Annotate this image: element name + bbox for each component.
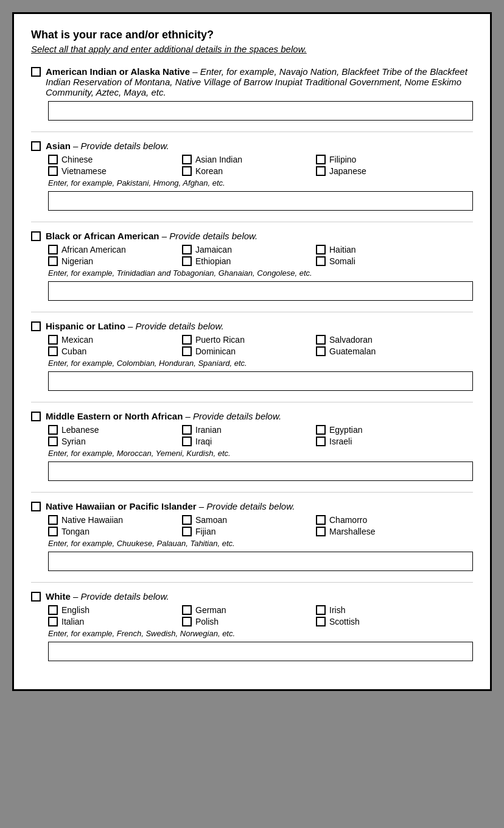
checkbox-asian-indian[interactable]	[182, 155, 192, 164]
sub-option-cuban: Cuban	[48, 346, 182, 356]
checkbox-tongan[interactable]	[48, 527, 58, 536]
checkbox-black[interactable]	[31, 231, 41, 241]
input-american-indian[interactable]	[48, 101, 473, 121]
sub-option-lebanese: Lebanese	[48, 425, 182, 435]
checkbox-italian[interactable]	[48, 617, 58, 626]
form-container: What is your race and/or ethnicity? Sele…	[12, 12, 492, 691]
section-header-white: White – Provide details below.	[31, 591, 473, 602]
checkbox-german[interactable]	[182, 605, 192, 615]
label-middle-eastern: Middle Eastern or North African	[46, 411, 183, 421]
label-asian-indian: Asian Indian	[195, 155, 242, 164]
input-black[interactable]	[48, 281, 473, 301]
checkbox-haitian[interactable]	[316, 245, 326, 254]
sub-options-row-nh-2: Tongan Fijian Marshallese	[48, 527, 473, 536]
label-japanese: Japanese	[329, 166, 366, 176]
checkbox-native-hawaiian[interactable]	[48, 515, 58, 525]
sub-option-fijian: Fijian	[182, 527, 316, 536]
label-dominican: Dominican	[195, 346, 236, 356]
label-native-hawaiian: Native Hawaiian or Pacific Islander	[46, 501, 197, 511]
example-middle-eastern: Enter, for example, Moroccan, Yemeni, Ku…	[48, 449, 473, 458]
checkbox-iranian[interactable]	[182, 425, 192, 435]
checkbox-mexican[interactable]	[48, 335, 58, 345]
sub-option-puerto-rican: Puerto Rican	[182, 335, 316, 345]
checkbox-somali[interactable]	[316, 256, 326, 266]
label-white: White	[46, 591, 71, 602]
sub-option-african-american: African American	[48, 245, 182, 254]
label-italian: Italian	[61, 617, 84, 626]
checkbox-jamaican[interactable]	[182, 245, 192, 254]
checkbox-chamorro[interactable]	[316, 515, 326, 525]
checkbox-iraqi[interactable]	[182, 437, 192, 446]
checkbox-asian[interactable]	[31, 141, 41, 151]
checkbox-polish[interactable]	[182, 617, 192, 626]
divider-2	[31, 222, 473, 222]
checkbox-american-indian[interactable]	[31, 67, 41, 77]
checkbox-syrian[interactable]	[48, 437, 58, 446]
input-native-hawaiian[interactable]	[48, 552, 473, 571]
section-native-hawaiian: Native Hawaiian or Pacific Islander – Pr…	[31, 501, 473, 571]
sub-option-tongan: Tongan	[48, 527, 182, 536]
input-hispanic[interactable]	[48, 371, 473, 391]
checkbox-filipino[interactable]	[316, 155, 326, 164]
checkbox-korean[interactable]	[182, 166, 192, 176]
label-egyptian: Egyptian	[329, 425, 362, 435]
checkbox-cuban[interactable]	[48, 346, 58, 356]
checkbox-salvadoran[interactable]	[316, 335, 326, 345]
checkbox-white[interactable]	[31, 592, 41, 602]
sub-options-row-asian-2: Vietnamese Korean Japanese	[48, 166, 473, 176]
checkbox-lebanese[interactable]	[48, 425, 58, 435]
checkbox-vietnamese[interactable]	[48, 166, 58, 176]
sub-option-syrian: Syrian	[48, 437, 182, 446]
checkbox-dominican[interactable]	[182, 346, 192, 356]
checkbox-irish[interactable]	[316, 605, 326, 615]
checkbox-english[interactable]	[48, 605, 58, 615]
sub-option-salvadoran: Salvadoran	[316, 335, 450, 345]
checkbox-native-hawaiian-main[interactable]	[31, 502, 41, 511]
checkbox-israeli[interactable]	[316, 437, 326, 446]
sub-options-row-hispanic-1: Mexican Puerto Rican Salvadoran	[48, 335, 473, 345]
sub-option-filipino: Filipino	[316, 155, 450, 164]
checkbox-marshallese[interactable]	[316, 527, 326, 536]
checkbox-japanese[interactable]	[316, 166, 326, 176]
label-cuban: Cuban	[61, 346, 86, 356]
checkbox-samoan[interactable]	[182, 515, 192, 525]
checkbox-chinese[interactable]	[48, 155, 58, 164]
checkbox-guatemalan[interactable]	[316, 346, 326, 356]
label-hispanic: Hispanic or Latino	[46, 321, 125, 331]
checkbox-african-american[interactable]	[48, 245, 58, 254]
label-puerto-rican: Puerto Rican	[195, 335, 245, 345]
divider-1	[31, 132, 473, 132]
section-hispanic-latino: Hispanic or Latino – Provide details bel…	[31, 321, 473, 391]
sub-option-chinese: Chinese	[48, 155, 182, 164]
checkbox-fijian[interactable]	[182, 527, 192, 536]
label-korean: Korean	[195, 166, 223, 176]
label-jamaican: Jamaican	[195, 245, 232, 254]
sub-options-hispanic: Mexican Puerto Rican Salvadoran Cuban	[48, 335, 473, 356]
sub-option-iraqi: Iraqi	[182, 437, 316, 446]
main-question: What is your race and/or ethnicity?	[31, 29, 473, 41]
label-chamorro: Chamorro	[329, 515, 367, 525]
sub-option-jamaican: Jamaican	[182, 245, 316, 254]
checkbox-hispanic[interactable]	[31, 321, 41, 331]
checkbox-ethiopian[interactable]	[182, 256, 192, 266]
input-white[interactable]	[48, 642, 473, 661]
checkbox-nigerian[interactable]	[48, 256, 58, 266]
note-black: – Provide details below.	[159, 231, 257, 241]
sub-options-row-me-2: Syrian Iraqi Israeli	[48, 437, 473, 446]
checkbox-puerto-rican[interactable]	[182, 335, 192, 345]
checkbox-scottish[interactable]	[316, 617, 326, 626]
sub-options-white: English German Irish Italian P	[48, 605, 473, 626]
sub-option-scottish: Scottish	[316, 617, 450, 626]
sub-options-row-black-1: African American Jamaican Haitian	[48, 245, 473, 254]
checkbox-middle-eastern[interactable]	[31, 412, 41, 421]
checkbox-egyptian[interactable]	[316, 425, 326, 435]
sub-option-vietnamese: Vietnamese	[48, 166, 182, 176]
section-header-american-indian: American Indian or Alaska Native – Enter…	[31, 66, 473, 97]
input-middle-eastern[interactable]	[48, 461, 473, 481]
label-german: German	[195, 605, 226, 615]
section-header-black: Black or African American – Provide deta…	[31, 231, 473, 241]
sub-options-row-hispanic-2: Cuban Dominican Guatemalan	[48, 346, 473, 356]
sub-option-mexican: Mexican	[48, 335, 182, 345]
input-asian[interactable]	[48, 191, 473, 211]
example-black: Enter, for example, Trinidadian and Toba…	[48, 268, 473, 278]
